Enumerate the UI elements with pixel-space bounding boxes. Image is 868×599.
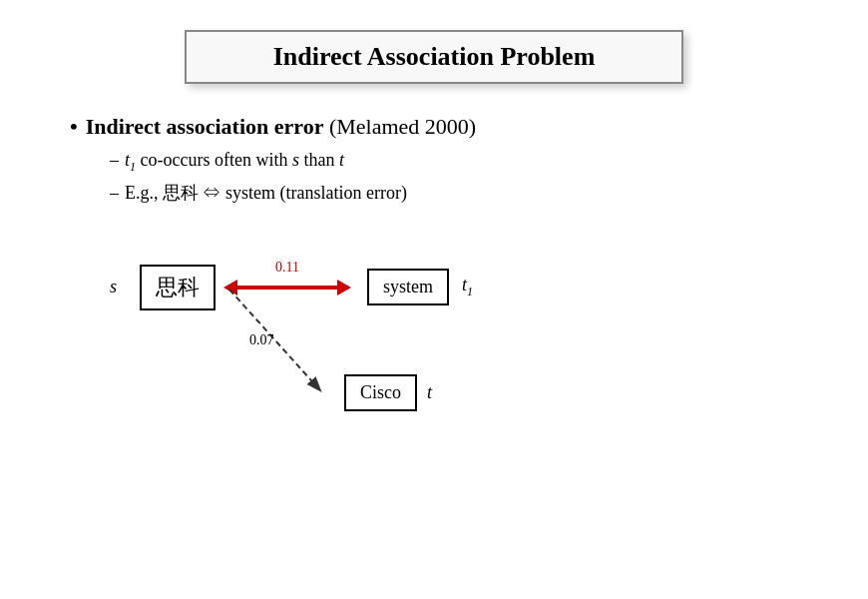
shikouka-box: 思科 (140, 265, 216, 310)
main-bullet-text: Indirect association error (Melamed 2000… (86, 114, 476, 140)
main-bullet: • Indirect association error (Melamed 20… (70, 114, 818, 140)
t1-italic: t1 (125, 150, 136, 170)
t-diagram-label: t (427, 382, 432, 403)
slide: Indirect Association Problem • Indirect … (0, 0, 868, 599)
sub-bullet-1-text: t1 co-occurs often with s than t (125, 150, 344, 175)
t-italic: t (339, 150, 344, 170)
sub-bullet-2: – E.g., 思科 ⇔ system (translation error) (110, 181, 818, 205)
title-box: Indirect Association Problem (185, 30, 683, 84)
bullet-section: • Indirect association error (Melamed 20… (50, 114, 818, 205)
slide-title: Indirect Association Problem (273, 42, 596, 71)
t1-diagram-label: t1 (462, 275, 473, 300)
sub-bullets: – t1 co-occurs often with s than t – E.g… (70, 150, 818, 205)
dash-1: – (110, 150, 119, 171)
main-bullet-rest: (Melamed 2000) (323, 114, 476, 139)
dash-2: – (110, 183, 119, 204)
diagram-area: s 思科 0.11 system t1 (50, 235, 818, 454)
dashed-line (229, 290, 319, 389)
sub-bullet-1: – t1 co-occurs often with s than t (110, 150, 818, 175)
bullet-dot: • (70, 114, 78, 140)
s-diagram-label: s (110, 277, 125, 298)
shikouka-text: 思科 (156, 275, 200, 300)
sub-bullet-2-text: E.g., 思科 ⇔ system (translation error) (125, 181, 407, 205)
cisco-text: Cisco (360, 382, 401, 402)
main-bullet-bold: Indirect association error (86, 114, 324, 139)
s-italic: s (292, 150, 299, 170)
value-0-11-label: 0.11 (275, 260, 299, 276)
value-0-07-inline: 0.07 (249, 332, 274, 347)
cisco-box: Cisco (344, 374, 417, 411)
cisco-row: Cisco t (344, 374, 432, 411)
